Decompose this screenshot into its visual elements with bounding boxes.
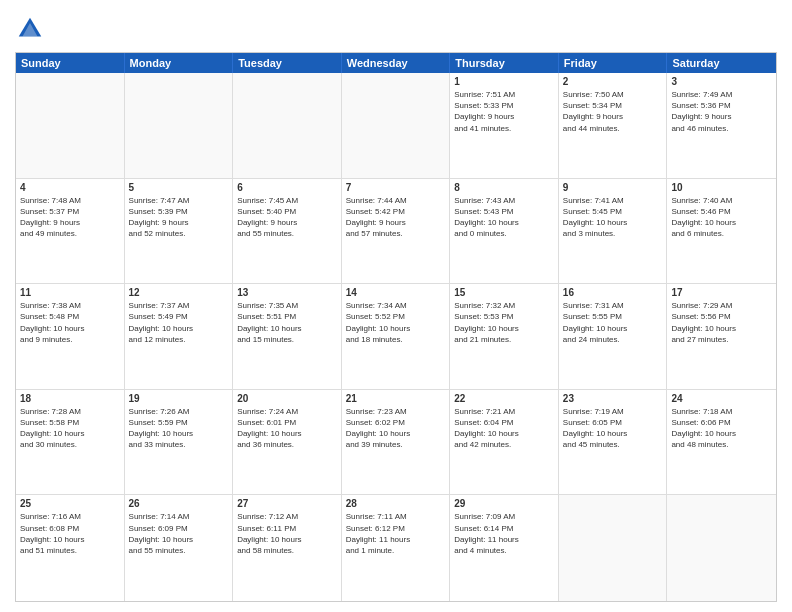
day-number: 1 [454,76,554,87]
logo [15,14,49,44]
day-number: 13 [237,287,337,298]
day-info: Sunrise: 7:43 AM Sunset: 5:43 PM Dayligh… [454,195,554,240]
day-number: 14 [346,287,446,298]
day-info: Sunrise: 7:18 AM Sunset: 6:06 PM Dayligh… [671,406,772,451]
day-number: 6 [237,182,337,193]
day-info: Sunrise: 7:35 AM Sunset: 5:51 PM Dayligh… [237,300,337,345]
calendar-week-4: 18Sunrise: 7:28 AM Sunset: 5:58 PM Dayli… [16,390,776,496]
day-number: 19 [129,393,229,404]
header-cell-tuesday: Tuesday [233,53,342,73]
calendar-cell: 22Sunrise: 7:21 AM Sunset: 6:04 PM Dayli… [450,390,559,495]
day-info: Sunrise: 7:21 AM Sunset: 6:04 PM Dayligh… [454,406,554,451]
calendar-cell: 5Sunrise: 7:47 AM Sunset: 5:39 PM Daylig… [125,179,234,284]
calendar-cell: 16Sunrise: 7:31 AM Sunset: 5:55 PM Dayli… [559,284,668,389]
calendar-cell: 11Sunrise: 7:38 AM Sunset: 5:48 PM Dayli… [16,284,125,389]
day-info: Sunrise: 7:09 AM Sunset: 6:14 PM Dayligh… [454,511,554,556]
header [15,10,777,44]
day-number: 16 [563,287,663,298]
calendar-cell [125,73,234,178]
header-cell-wednesday: Wednesday [342,53,451,73]
calendar-cell: 9Sunrise: 7:41 AM Sunset: 5:45 PM Daylig… [559,179,668,284]
calendar-week-2: 4Sunrise: 7:48 AM Sunset: 5:37 PM Daylig… [16,179,776,285]
day-number: 29 [454,498,554,509]
day-info: Sunrise: 7:45 AM Sunset: 5:40 PM Dayligh… [237,195,337,240]
day-number: 11 [20,287,120,298]
calendar-cell: 20Sunrise: 7:24 AM Sunset: 6:01 PM Dayli… [233,390,342,495]
day-info: Sunrise: 7:14 AM Sunset: 6:09 PM Dayligh… [129,511,229,556]
header-cell-saturday: Saturday [667,53,776,73]
calendar-cell: 2Sunrise: 7:50 AM Sunset: 5:34 PM Daylig… [559,73,668,178]
day-number: 8 [454,182,554,193]
header-cell-friday: Friday [559,53,668,73]
calendar-cell: 19Sunrise: 7:26 AM Sunset: 5:59 PM Dayli… [125,390,234,495]
calendar-cell: 7Sunrise: 7:44 AM Sunset: 5:42 PM Daylig… [342,179,451,284]
calendar-cell [342,73,451,178]
day-number: 15 [454,287,554,298]
calendar-header: SundayMondayTuesdayWednesdayThursdayFrid… [16,53,776,73]
day-info: Sunrise: 7:48 AM Sunset: 5:37 PM Dayligh… [20,195,120,240]
calendar-cell: 29Sunrise: 7:09 AM Sunset: 6:14 PM Dayli… [450,495,559,601]
day-number: 18 [20,393,120,404]
calendar-cell [667,495,776,601]
day-number: 17 [671,287,772,298]
calendar-cell: 17Sunrise: 7:29 AM Sunset: 5:56 PM Dayli… [667,284,776,389]
day-info: Sunrise: 7:28 AM Sunset: 5:58 PM Dayligh… [20,406,120,451]
day-info: Sunrise: 7:31 AM Sunset: 5:55 PM Dayligh… [563,300,663,345]
calendar-cell: 6Sunrise: 7:45 AM Sunset: 5:40 PM Daylig… [233,179,342,284]
day-info: Sunrise: 7:40 AM Sunset: 5:46 PM Dayligh… [671,195,772,240]
day-number: 27 [237,498,337,509]
day-info: Sunrise: 7:51 AM Sunset: 5:33 PM Dayligh… [454,89,554,134]
day-number: 24 [671,393,772,404]
day-number: 9 [563,182,663,193]
calendar-cell [559,495,668,601]
day-info: Sunrise: 7:12 AM Sunset: 6:11 PM Dayligh… [237,511,337,556]
calendar: SundayMondayTuesdayWednesdayThursdayFrid… [15,52,777,602]
day-info: Sunrise: 7:26 AM Sunset: 5:59 PM Dayligh… [129,406,229,451]
day-info: Sunrise: 7:49 AM Sunset: 5:36 PM Dayligh… [671,89,772,134]
day-info: Sunrise: 7:29 AM Sunset: 5:56 PM Dayligh… [671,300,772,345]
calendar-cell: 15Sunrise: 7:32 AM Sunset: 5:53 PM Dayli… [450,284,559,389]
header-cell-monday: Monday [125,53,234,73]
header-cell-thursday: Thursday [450,53,559,73]
calendar-cell [233,73,342,178]
day-info: Sunrise: 7:11 AM Sunset: 6:12 PM Dayligh… [346,511,446,556]
day-number: 7 [346,182,446,193]
day-info: Sunrise: 7:23 AM Sunset: 6:02 PM Dayligh… [346,406,446,451]
day-number: 20 [237,393,337,404]
day-number: 23 [563,393,663,404]
calendar-cell [16,73,125,178]
calendar-cell: 21Sunrise: 7:23 AM Sunset: 6:02 PM Dayli… [342,390,451,495]
day-number: 25 [20,498,120,509]
calendar-cell: 25Sunrise: 7:16 AM Sunset: 6:08 PM Dayli… [16,495,125,601]
calendar-cell: 18Sunrise: 7:28 AM Sunset: 5:58 PM Dayli… [16,390,125,495]
calendar-cell: 27Sunrise: 7:12 AM Sunset: 6:11 PM Dayli… [233,495,342,601]
day-info: Sunrise: 7:19 AM Sunset: 6:05 PM Dayligh… [563,406,663,451]
day-info: Sunrise: 7:50 AM Sunset: 5:34 PM Dayligh… [563,89,663,134]
day-number: 21 [346,393,446,404]
day-number: 12 [129,287,229,298]
day-number: 2 [563,76,663,87]
day-info: Sunrise: 7:32 AM Sunset: 5:53 PM Dayligh… [454,300,554,345]
day-number: 5 [129,182,229,193]
calendar-week-5: 25Sunrise: 7:16 AM Sunset: 6:08 PM Dayli… [16,495,776,601]
header-cell-sunday: Sunday [16,53,125,73]
calendar-cell: 1Sunrise: 7:51 AM Sunset: 5:33 PM Daylig… [450,73,559,178]
day-number: 22 [454,393,554,404]
calendar-cell: 24Sunrise: 7:18 AM Sunset: 6:06 PM Dayli… [667,390,776,495]
calendar-cell: 26Sunrise: 7:14 AM Sunset: 6:09 PM Dayli… [125,495,234,601]
calendar-cell: 10Sunrise: 7:40 AM Sunset: 5:46 PM Dayli… [667,179,776,284]
day-info: Sunrise: 7:44 AM Sunset: 5:42 PM Dayligh… [346,195,446,240]
day-number: 4 [20,182,120,193]
day-info: Sunrise: 7:24 AM Sunset: 6:01 PM Dayligh… [237,406,337,451]
calendar-cell: 8Sunrise: 7:43 AM Sunset: 5:43 PM Daylig… [450,179,559,284]
calendar-cell: 13Sunrise: 7:35 AM Sunset: 5:51 PM Dayli… [233,284,342,389]
calendar-cell: 3Sunrise: 7:49 AM Sunset: 5:36 PM Daylig… [667,73,776,178]
day-number: 10 [671,182,772,193]
logo-icon [15,14,45,44]
calendar-body: 1Sunrise: 7:51 AM Sunset: 5:33 PM Daylig… [16,73,776,601]
day-info: Sunrise: 7:37 AM Sunset: 5:49 PM Dayligh… [129,300,229,345]
day-info: Sunrise: 7:38 AM Sunset: 5:48 PM Dayligh… [20,300,120,345]
day-info: Sunrise: 7:47 AM Sunset: 5:39 PM Dayligh… [129,195,229,240]
calendar-cell: 4Sunrise: 7:48 AM Sunset: 5:37 PM Daylig… [16,179,125,284]
page: SundayMondayTuesdayWednesdayThursdayFrid… [0,0,792,612]
